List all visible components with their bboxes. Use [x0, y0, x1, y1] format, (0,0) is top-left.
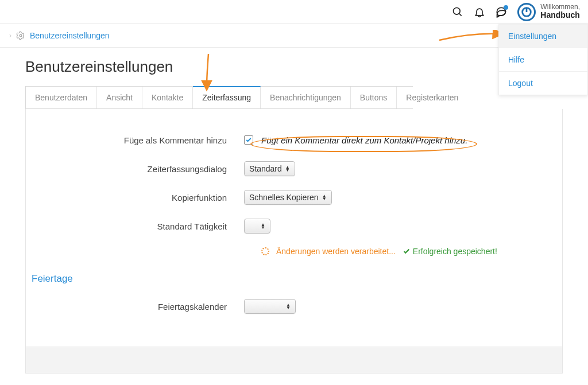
- status-processing-text: Änderungen werden verarbeitet...: [276, 247, 396, 256]
- welcome-label: Willkommen, Handbuch: [540, 3, 580, 20]
- tab-ansicht[interactable]: Ansicht: [97, 87, 142, 108]
- menu-item-settings[interactable]: Einstellungen: [499, 25, 587, 48]
- tab-registerkarten[interactable]: Registerkarten: [397, 87, 467, 108]
- tab-kontakte[interactable]: Kontakte: [142, 87, 193, 108]
- checkbox-add-as-comment[interactable]: [244, 135, 253, 145]
- updown-icon: ▲▼: [261, 223, 265, 229]
- row-time-dialog: Zeiterfassungsdialog Standard ▲▼: [32, 161, 556, 177]
- select-copy-function[interactable]: Schnelles Kopieren ▲▼: [244, 190, 332, 205]
- select-holiday-calendar[interactable]: ▲▼: [244, 299, 296, 314]
- bell-icon[interactable]: [474, 6, 485, 18]
- top-header: Willkommen, Handbuch: [0, 0, 588, 24]
- main-area: Benutzereinstellungen Benutzerdaten Ansi…: [0, 48, 588, 385]
- label-default-activity: Standard Tätigkeit: [32, 221, 244, 231]
- status-row: Änderungen werden verarbeitet... Erfolgr…: [261, 247, 556, 256]
- power-icon: [517, 3, 536, 21]
- check-icon: [403, 247, 411, 255]
- updown-icon: ▲▼: [285, 166, 290, 172]
- label-time-dialog: Zeiterfassungsdialog: [32, 164, 244, 174]
- gear-icon: [16, 31, 25, 40]
- tab-buttons[interactable]: Buttons: [351, 87, 397, 108]
- row-copy-function: Kopierfunktion Schnelles Kopieren ▲▼: [32, 189, 556, 205]
- breadcrumb-link-user-settings[interactable]: Benutzereinstellungen: [30, 31, 110, 40]
- chevron-right-icon: ›: [9, 32, 11, 40]
- menu-item-help[interactable]: Hilfe: [499, 48, 587, 72]
- status-success-text: Erfolgreich gespeichert!: [403, 247, 497, 256]
- settings-panel: Füge als Kommentar hinzu Fügt ein Kommen…: [25, 109, 563, 374]
- row-holiday-calendar: Feiertagskalender ▲▼: [32, 298, 556, 314]
- label-holiday-calendar: Feiertagskalender: [32, 302, 244, 312]
- tab-zeiterfassung[interactable]: Zeiterfassung: [193, 86, 261, 108]
- user-menu-trigger[interactable]: Willkommen, Handbuch: [517, 3, 580, 21]
- svg-point-0: [454, 7, 461, 14]
- search-icon[interactable]: [452, 6, 463, 18]
- tab-benachrichtigungen[interactable]: Benachrichtigungen: [261, 87, 351, 108]
- row-default-activity: Standard Tätigkeit ▲▼: [32, 218, 556, 234]
- select-default-activity[interactable]: ▲▼: [244, 219, 270, 234]
- select-time-dialog[interactable]: Standard ▲▼: [244, 161, 295, 176]
- updown-icon: ▲▼: [286, 304, 291, 309]
- svg-line-1: [459, 13, 462, 15]
- label-add-as-comment: Füge als Kommentar hinzu: [32, 135, 244, 145]
- user-dropdown: Einstellungen Hilfe Logout: [498, 24, 588, 95]
- label-copy-function: Kopierfunktion: [32, 193, 244, 203]
- updown-icon: ▲▼: [322, 195, 327, 200]
- tab-benutzerdaten[interactable]: Benutzerdaten: [26, 87, 97, 108]
- panel-footer: [26, 347, 562, 373]
- chat-icon[interactable]: [496, 6, 507, 18]
- tab-bar: Benutzerdaten Ansicht Kontakte Zeiterfas…: [25, 86, 413, 109]
- spinner-icon: [261, 247, 269, 255]
- svg-point-4: [20, 34, 22, 37]
- page-title: Benutzereinstellungen: [25, 58, 563, 76]
- hint-add-as-comment: Fügt ein Kommentar direkt zum Kontakt/Pr…: [261, 135, 467, 145]
- menu-item-logout[interactable]: Logout: [499, 72, 587, 95]
- row-add-as-comment: Füge als Kommentar hinzu Fügt ein Kommen…: [32, 132, 556, 148]
- section-holidays: Feiertage: [32, 270, 556, 298]
